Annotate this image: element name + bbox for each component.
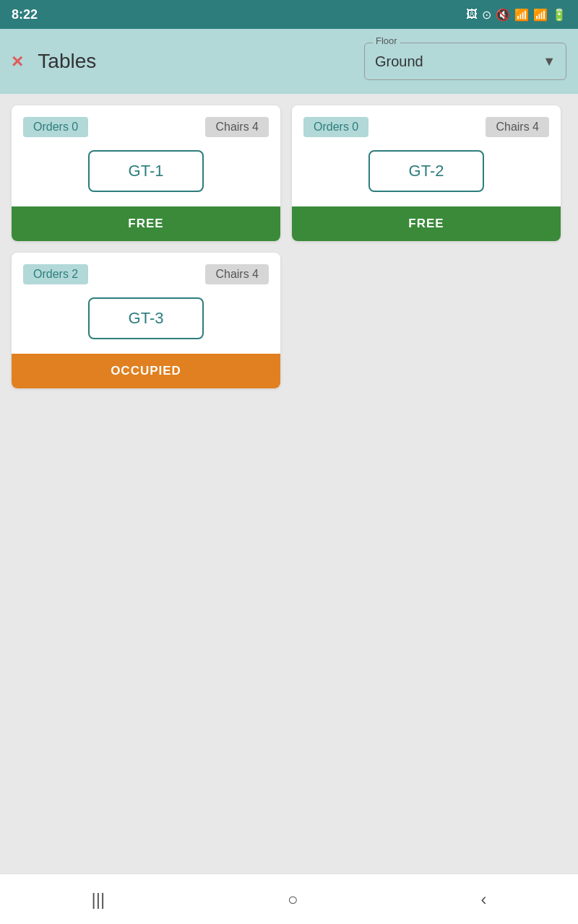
table-name-btn-gt2[interactable]: GT-2 [368,150,484,192]
close-button[interactable]: × [12,51,23,71]
table-card-gt1[interactable]: Orders 0 Chairs 4 GT-1 FREE [12,105,280,241]
chairs-badge-gt3: Chairs 4 [205,264,269,284]
status-time: 8:22 [12,7,38,22]
wifi-icon: 📶 [514,8,529,22]
back-icon[interactable]: ‹ [481,889,487,910]
table-status-gt1[interactable]: FREE [12,206,280,241]
orders-badge-gt2: Orders 0 [303,117,368,137]
card-badges-gt3: Orders 2 Chairs 4 [23,264,269,284]
chairs-badge-gt1: Chairs 4 [205,117,269,137]
floor-dropdown[interactable]: Ground ▼ [364,43,566,80]
tables-grid: Orders 0 Chairs 4 GT-1 FREE Orders 0 Cha… [0,94,578,924]
card-top-gt1: Orders 0 Chairs 4 GT-1 [12,105,280,206]
mute-icon: 🔇 [496,8,510,22]
table-name-btn-gt1[interactable]: GT-1 [88,150,204,192]
table-card-gt2[interactable]: Orders 0 Chairs 4 GT-2 FREE [292,105,561,241]
card-badges-gt2: Orders 0 Chairs 4 [303,117,549,137]
home-icon[interactable]: ○ [288,889,298,910]
recent-apps-icon[interactable]: ||| [91,889,105,910]
signal-icon: 📶 [533,8,548,22]
nav-bar: ||| ○ ‹ [0,873,578,924]
battery-icon: 🔋 [552,8,566,22]
card-badges-gt1: Orders 0 Chairs 4 [23,117,269,137]
activity-icon: ⊙ [482,8,491,22]
header: × Tables Floor Ground ▼ [0,29,578,94]
floor-selector[interactable]: Floor Ground ▼ [364,43,566,80]
floor-label: Floor [373,35,400,46]
chairs-badge-gt2: Chairs 4 [486,117,549,137]
table-status-gt3[interactable]: OCCUPIED [12,354,280,388]
card-top-gt2: Orders 0 Chairs 4 GT-2 [292,105,561,206]
table-name-btn-gt3[interactable]: GT-3 [88,297,204,339]
camera-icon: 🖼 [466,8,478,21]
floor-value: Ground [375,53,423,70]
table-card-gt3[interactable]: Orders 2 Chairs 4 GT-3 OCCUPIED [12,253,280,388]
card-top-gt3: Orders 2 Chairs 4 GT-3 [12,253,280,354]
chevron-down-icon: ▼ [543,54,556,69]
orders-badge-gt3: Orders 2 [23,264,88,284]
orders-badge-gt1: Orders 0 [23,117,88,137]
page-title: Tables [38,50,350,73]
status-bar: 8:22 🖼 ⊙ 🔇 📶 📶 🔋 [0,0,578,29]
table-status-gt2[interactable]: FREE [292,206,561,241]
status-icons: 🖼 ⊙ 🔇 📶 📶 🔋 [466,8,566,22]
